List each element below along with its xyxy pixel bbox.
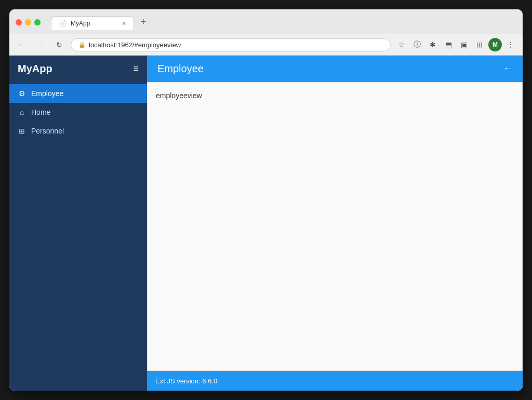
user-avatar[interactable]: M xyxy=(488,38,502,51)
maximize-button[interactable] xyxy=(34,19,41,25)
page-title: Employee xyxy=(157,63,204,75)
info-icon[interactable]: ⓘ xyxy=(410,38,424,51)
sidebar-item-employee-label: Employee xyxy=(31,89,63,98)
reload-button[interactable]: ↻ xyxy=(52,37,66,52)
address-bar[interactable]: 🔒 localhost:1962/#employeeview xyxy=(71,38,391,51)
browser-toolbar: ← → ↻ 🔒 localhost:1962/#employeeview ☆ ⓘ… xyxy=(9,34,523,56)
app-title: MyApp xyxy=(18,63,52,75)
sidebar-header: MyApp ≡ xyxy=(9,56,147,82)
controls-row: 📄 MyApp ✕ + xyxy=(16,15,516,30)
address-text: localhost:1962/#employeeview xyxy=(89,41,181,49)
app-container: MyApp ≡ ⚙ Employee ⌂ Home ⊞ Personnel xyxy=(9,56,523,391)
back-arrow-button[interactable]: ← xyxy=(503,63,512,74)
apps-icon[interactable]: ⊞ xyxy=(473,38,486,51)
star-icon[interactable]: ☆ xyxy=(395,38,408,51)
sidebar-item-home[interactable]: ⌂ Home xyxy=(9,103,147,122)
tab-favicon-icon: 📄 xyxy=(59,20,66,27)
new-tab-button[interactable]: + xyxy=(136,15,151,29)
content-text: employeeview xyxy=(156,91,202,100)
traffic-lights xyxy=(16,19,41,25)
browser-tab[interactable]: 📄 MyApp ✕ xyxy=(51,16,134,30)
save-icon[interactable]: ⬒ xyxy=(442,38,455,51)
sidebar-item-employee[interactable]: ⚙ Employee xyxy=(9,84,147,103)
browser-titlebar: 📄 MyApp ✕ + xyxy=(9,9,523,34)
footer-text: Ext JS version: 6.6.0 xyxy=(155,377,217,385)
toolbar-actions: ☆ ⓘ ✱ ⬒ ▣ ⊞ M ⋮ xyxy=(395,38,517,51)
grid-icon: ⊞ xyxy=(18,127,26,135)
home-icon: ⌂ xyxy=(18,108,26,116)
browser-window: 📄 MyApp ✕ + ← → ↻ 🔒 localhost:1962/#empl… xyxy=(9,9,523,391)
sidebar-item-personnel[interactable]: ⊞ Personnel xyxy=(9,122,147,140)
close-button[interactable] xyxy=(16,19,22,25)
menu-dots-icon[interactable]: ⋮ xyxy=(504,38,517,51)
tab-close-button[interactable]: ✕ xyxy=(122,20,126,27)
main-footer: Ext JS version: 6.6.0 xyxy=(147,371,523,391)
tab-bar: 📄 MyApp ✕ + xyxy=(51,15,516,30)
sidebar-nav: ⚙ Employee ⌂ Home ⊞ Personnel xyxy=(9,82,147,142)
tab-title: MyApp xyxy=(71,20,90,27)
main-content: employeeview xyxy=(147,82,523,371)
sidebar: MyApp ≡ ⚙ Employee ⌂ Home ⊞ Personnel xyxy=(9,56,147,391)
extension-icon[interactable]: ✱ xyxy=(426,38,440,51)
main-header: Employee ← xyxy=(147,56,523,82)
cast-icon[interactable]: ▣ xyxy=(457,38,471,51)
gear-icon: ⚙ xyxy=(18,89,26,98)
sidebar-item-home-label: Home xyxy=(31,108,50,116)
main-area: Employee ← employeeview Ext JS version: … xyxy=(147,56,523,391)
back-button[interactable]: ← xyxy=(15,37,29,52)
lock-icon: 🔒 xyxy=(78,42,86,48)
sidebar-item-personnel-label: Personnel xyxy=(31,127,64,135)
hamburger-icon[interactable]: ≡ xyxy=(133,63,139,74)
minimize-button[interactable] xyxy=(25,19,31,25)
forward-button[interactable]: → xyxy=(33,37,48,52)
